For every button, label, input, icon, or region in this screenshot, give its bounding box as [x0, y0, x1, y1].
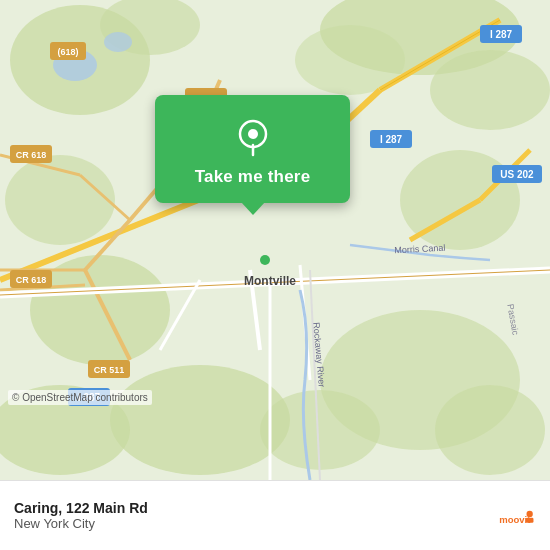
svg-text:(618): (618) — [57, 47, 78, 57]
take-me-there-button[interactable]: Take me there — [195, 167, 311, 187]
svg-text:CR 511: CR 511 — [94, 365, 125, 375]
address-line2: New York City — [14, 516, 148, 531]
svg-point-15 — [104, 32, 132, 52]
svg-text:CR 618: CR 618 — [16, 275, 47, 285]
location-pin-icon — [233, 117, 273, 157]
svg-point-65 — [527, 511, 533, 517]
bottom-bar: Caring, 122 Main Rd New York City moovit — [0, 480, 550, 550]
svg-point-10 — [260, 390, 380, 470]
svg-point-61 — [260, 255, 270, 265]
address-info: Caring, 122 Main Rd New York City — [14, 500, 148, 531]
svg-text:I 287: I 287 — [380, 134, 403, 145]
moovit-logo: moovit — [498, 500, 536, 538]
popup-card[interactable]: Take me there — [155, 95, 350, 203]
address-line1: Caring, 122 Main Rd — [14, 500, 148, 516]
svg-point-3 — [430, 50, 550, 130]
svg-point-12 — [435, 385, 545, 475]
svg-text:CR 618: CR 618 — [16, 150, 47, 160]
map-container: I 287 I 287 US 202 I 287 CR 511 CR 618 C… — [0, 0, 550, 480]
svg-rect-66 — [526, 518, 534, 523]
svg-point-63 — [248, 129, 258, 139]
svg-text:Montville: Montville — [244, 274, 296, 288]
moovit-icon: moovit — [498, 500, 536, 538]
map-svg: I 287 I 287 US 202 I 287 CR 511 CR 618 C… — [0, 0, 550, 480]
osm-attribution: © OpenStreetMap contributors — [8, 390, 152, 405]
svg-text:I 287: I 287 — [490, 29, 513, 40]
svg-text:US 202: US 202 — [500, 169, 534, 180]
